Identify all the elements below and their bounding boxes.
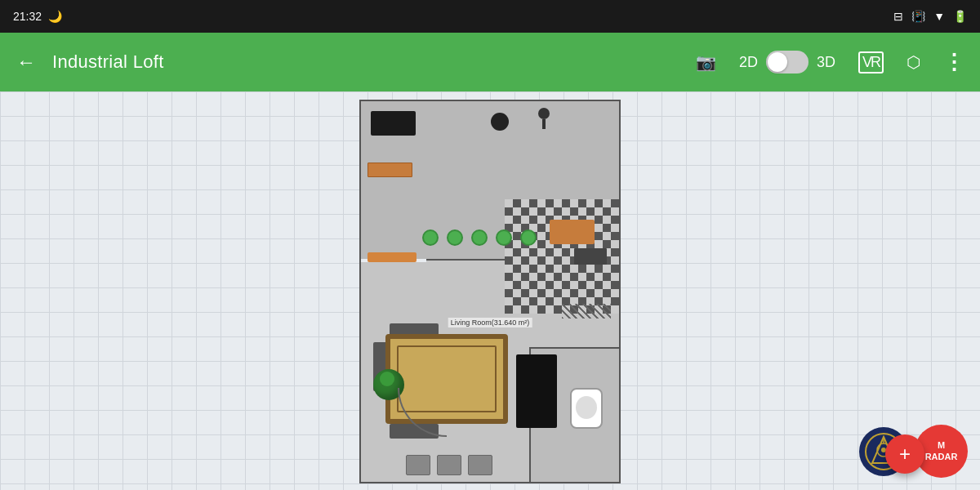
vr-button[interactable]: VR	[858, 51, 884, 74]
label-2d: 2D	[739, 54, 758, 71]
green-dot-2	[447, 229, 463, 246]
green-dot-3	[471, 229, 488, 246]
wifi-icon: ▼	[933, 10, 945, 23]
green-dots-row	[422, 229, 537, 246]
app-title: Industrial Loft	[52, 51, 679, 73]
vr-icon: VR	[858, 51, 884, 74]
app-bar: ← Industrial Loft 📷 2D 3D VR ⬡ ⋮	[0, 33, 980, 91]
camera-button[interactable]: 📷	[696, 52, 716, 72]
battery-icon: 🔋	[953, 10, 967, 23]
status-bar: 21:32 🌙 ⊟ 📳 ▼ 🔋	[0, 0, 980, 33]
furniture-piano	[371, 111, 416, 136]
status-bar-right: ⊟ 📳 ▼ 🔋	[893, 10, 967, 23]
furniture-lamp	[538, 108, 550, 119]
hatched-stairs	[562, 304, 611, 318]
time-display: 21:32	[13, 10, 42, 23]
fab-add-button[interactable]: +	[885, 434, 924, 474]
main-content: Living Room(31.640 m²)	[0, 91, 980, 490]
camera-icon: 📷	[696, 52, 716, 72]
small-item-1	[406, 455, 430, 475]
furniture-bookcase	[368, 163, 412, 177]
floor-plan[interactable]: Living Room(31.640 m²)	[359, 100, 621, 483]
toilet	[570, 388, 603, 429]
furniture-couch	[368, 252, 416, 262]
layers-button[interactable]: ⬡	[906, 52, 920, 72]
toggle-switch[interactable]	[766, 51, 808, 74]
vibrate-icon: 📳	[911, 10, 925, 23]
green-dot-4	[496, 229, 512, 246]
small-item-2	[437, 455, 461, 475]
cast-icon: ⊟	[893, 10, 903, 23]
app-bar-actions: 📷 2D 3D VR ⬡ ⋮	[696, 50, 964, 75]
back-button[interactable]: ←	[16, 51, 36, 74]
view-toggle-2d3d: 2D 3D	[739, 51, 835, 74]
more-icon: ⋮	[943, 50, 964, 75]
furniture-speaker	[491, 113, 509, 131]
small-furniture-items	[406, 455, 492, 475]
furniture-shelf	[550, 220, 595, 244]
furniture-tvstand	[574, 248, 607, 265]
green-dot-5	[520, 229, 537, 246]
label-3d: 3D	[817, 54, 835, 71]
room-label: Living Room(31.640 m²)	[448, 318, 532, 327]
green-dot-1	[422, 229, 439, 246]
more-options-button[interactable]: ⋮	[943, 50, 964, 75]
furniture-tv	[516, 354, 557, 428]
moon-icon: 🌙	[48, 10, 62, 23]
layers-icon: ⬡	[906, 52, 920, 72]
status-bar-left: 21:32 🌙	[13, 10, 62, 23]
small-item-3	[468, 455, 492, 475]
